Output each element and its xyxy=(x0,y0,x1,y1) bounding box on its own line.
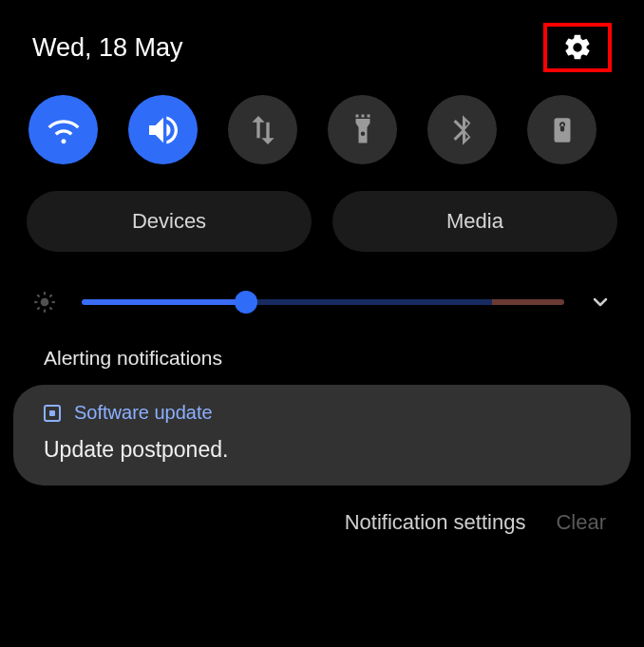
clear-button[interactable]: Clear xyxy=(556,510,606,535)
notification-body: Update postponed. xyxy=(44,437,600,463)
quick-toggles-row xyxy=(0,84,644,180)
wifi-icon xyxy=(45,111,83,149)
wifi-toggle[interactable] xyxy=(28,95,98,164)
brightness-thumb[interactable] xyxy=(235,291,257,314)
devices-button[interactable]: Devices xyxy=(27,191,312,252)
notification-settings-button[interactable]: Notification settings xyxy=(345,510,526,535)
sound-toggle[interactable] xyxy=(128,95,198,164)
expand-brightness-button[interactable] xyxy=(589,291,612,314)
sound-icon xyxy=(144,111,182,149)
svg-point-2 xyxy=(41,298,49,307)
mobile-data-toggle[interactable] xyxy=(228,95,297,164)
notification-card[interactable]: Software update Update postponed. xyxy=(13,385,631,485)
settings-gear-icon[interactable] xyxy=(562,32,593,63)
svg-line-7 xyxy=(37,295,39,296)
rotation-lock-icon xyxy=(546,114,578,146)
svg-line-8 xyxy=(49,307,51,309)
date-text: Wed, 18 May xyxy=(32,33,183,63)
brightness-icon xyxy=(32,290,57,314)
flashlight-icon xyxy=(346,113,380,147)
alerting-notifications-title: Alerting notifications xyxy=(0,333,644,381)
brightness-track xyxy=(82,299,564,305)
media-button[interactable]: Media xyxy=(332,191,617,252)
bluetooth-toggle[interactable] xyxy=(427,95,497,164)
swap-arrows-icon xyxy=(244,111,282,149)
software-update-app-icon xyxy=(44,405,61,422)
notification-app-name: Software update xyxy=(74,402,213,424)
svg-line-9 xyxy=(37,307,39,309)
bluetooth-icon xyxy=(445,112,481,148)
settings-highlight-box xyxy=(543,23,612,72)
flashlight-toggle[interactable] xyxy=(328,95,397,164)
brightness-slider[interactable] xyxy=(82,291,564,314)
svg-line-10 xyxy=(49,295,51,296)
media-label: Media xyxy=(446,209,503,234)
svg-rect-1 xyxy=(559,125,563,131)
rotation-lock-toggle[interactable] xyxy=(527,95,597,164)
devices-label: Devices xyxy=(132,209,206,234)
